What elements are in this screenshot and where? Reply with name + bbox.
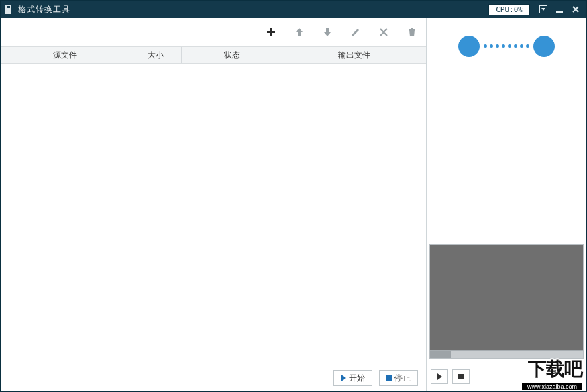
col-size[interactable]: 大小 bbox=[129, 47, 182, 63]
table-body bbox=[1, 64, 426, 365]
delete-button[interactable] bbox=[405, 25, 419, 40]
edit-button[interactable] bbox=[348, 25, 363, 40]
svg-rect-1 bbox=[7, 6, 10, 7]
move-down-button[interactable] bbox=[320, 25, 335, 40]
stop-icon bbox=[458, 374, 464, 379]
stop-label: 停止 bbox=[394, 373, 411, 384]
app-title: 格式转换工具 bbox=[18, 4, 70, 15]
col-output-file[interactable]: 输出文件 bbox=[282, 47, 426, 63]
plus-icon bbox=[266, 27, 276, 38]
col-source-file[interactable]: 源文件 bbox=[1, 47, 129, 63]
play-icon bbox=[437, 373, 442, 380]
stop-button[interactable]: 停止 bbox=[379, 370, 418, 386]
col-status[interactable]: 状态 bbox=[182, 47, 282, 63]
side-blank bbox=[427, 74, 586, 241]
close-button[interactable] bbox=[568, 3, 584, 16]
cpu-badge: CPU:0% bbox=[488, 4, 530, 15]
minimize-button[interactable] bbox=[551, 3, 568, 16]
move-up-button[interactable] bbox=[292, 25, 307, 40]
arrow-down-icon bbox=[322, 27, 333, 38]
preview-scrollbar[interactable] bbox=[430, 350, 583, 358]
preview-controls: 下载吧 www.xiazaiba.com bbox=[427, 362, 586, 391]
svg-rect-3 bbox=[7, 9, 10, 9]
arrow-up-icon bbox=[294, 27, 305, 38]
watermark-url: www.xiazaiba.com bbox=[522, 383, 582, 390]
main-pane: 源文件 大小 状态 输出文件 开始 停止 bbox=[1, 18, 427, 391]
footer-bar: 开始 停止 bbox=[1, 365, 426, 391]
preview-play-button[interactable] bbox=[431, 369, 448, 384]
node-target-icon bbox=[533, 36, 555, 57]
body: 源文件 大小 状态 输出文件 开始 停止 bbox=[1, 18, 586, 391]
start-label: 开始 bbox=[349, 373, 365, 384]
add-button[interactable] bbox=[264, 25, 278, 40]
app-icon bbox=[5, 4, 14, 15]
preview-scrollbar-thumb[interactable] bbox=[430, 351, 451, 358]
title-bar: 格式转换工具 CPU:0% bbox=[1, 1, 586, 18]
toolbar bbox=[1, 18, 426, 46]
preview-panel bbox=[427, 241, 586, 362]
side-pane: 下载吧 www.xiazaiba.com bbox=[427, 18, 586, 391]
start-button[interactable]: 开始 bbox=[333, 370, 372, 386]
menu-dropdown-button[interactable] bbox=[535, 3, 551, 16]
remove-button[interactable] bbox=[376, 25, 391, 40]
pencil-icon bbox=[350, 27, 361, 38]
play-icon bbox=[341, 375, 346, 381]
preview-stop-button[interactable] bbox=[452, 369, 470, 384]
stop-icon bbox=[386, 375, 392, 381]
svg-rect-2 bbox=[7, 7, 10, 8]
conversion-graph bbox=[427, 18, 586, 74]
node-source-icon bbox=[458, 36, 480, 57]
trash-icon bbox=[407, 27, 417, 38]
app-window: 格式转换工具 CPU:0% bbox=[0, 0, 587, 392]
preview-viewport bbox=[429, 244, 584, 359]
svg-rect-5 bbox=[556, 11, 563, 13]
x-icon bbox=[378, 27, 389, 38]
table-header: 源文件 大小 状态 输出文件 bbox=[1, 46, 426, 64]
dots-connector-icon bbox=[484, 44, 529, 48]
